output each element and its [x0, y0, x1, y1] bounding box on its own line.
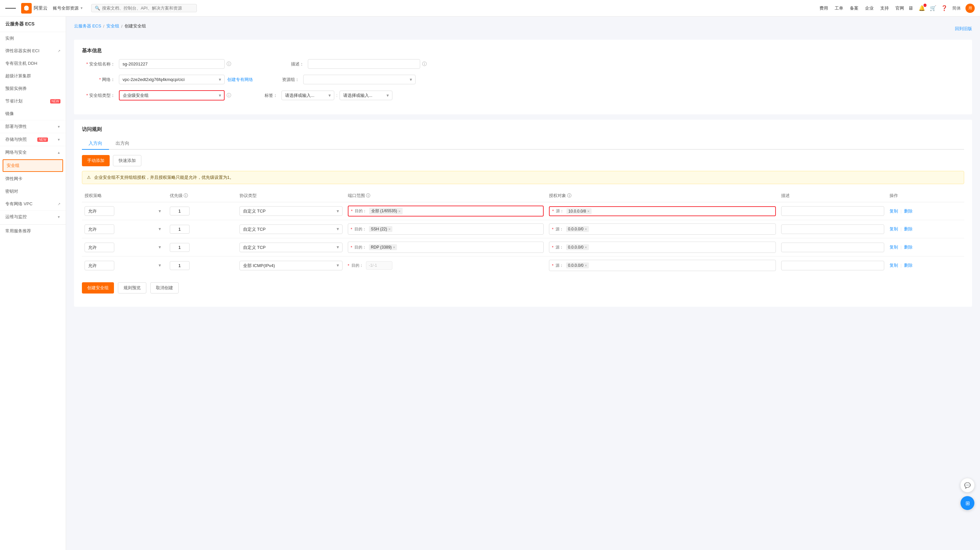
priority-input-1[interactable] — [170, 207, 189, 215]
desc-info-icon[interactable]: ⓘ — [422, 61, 427, 67]
auth-tag-input-2[interactable]: * 源： 0.0.0.0/0 × — [549, 223, 776, 235]
copy-action-2[interactable]: 复制 — [889, 226, 898, 231]
sidebar-item-hpc[interactable]: 超级计算集群 — [0, 70, 66, 82]
desc-input-1[interactable] — [781, 206, 884, 216]
protocol-select-4[interactable]: 全部 ICMP(IPv4) — [239, 261, 342, 270]
delete-action-2[interactable]: 删除 — [904, 226, 913, 231]
lang-switch[interactable]: 简体 — [952, 5, 961, 11]
desc-input-4[interactable] — [781, 261, 884, 270]
sidebar-item-savings[interactable]: 节省计划 NEW — [0, 95, 66, 107]
protocol-field-1: 自定义 TCP ▼ — [239, 206, 342, 216]
name-input[interactable] — [119, 59, 224, 69]
delete-action-3[interactable]: 删除 — [904, 245, 913, 250]
sidebar-group-deploy[interactable]: 部署与弹性 ▼ — [0, 120, 66, 133]
priority-input-4[interactable] — [170, 261, 189, 270]
type-select[interactable]: 企业级安全组 — [119, 90, 224, 100]
chevron-right-icon-3: ▼ — [57, 215, 60, 219]
back-to-old-link[interactable]: 回到旧版 — [955, 26, 972, 32]
copy-action-1[interactable]: 复制 — [889, 209, 898, 214]
type-info-icon[interactable]: ⓘ — [227, 92, 231, 99]
search-bar[interactable]: 🔍 — [91, 4, 197, 12]
tab-inbound[interactable]: 入方向 — [82, 138, 109, 150]
policy-select-2[interactable]: 允许 — [84, 225, 114, 234]
resource-field: ▼ — [303, 75, 415, 84]
port-tag-input-2[interactable]: * 目的： SSH (22) × — [348, 223, 544, 235]
table-row: 允许 ▼ 自定义 TCP — [82, 238, 964, 257]
nav-fees[interactable]: 费用 — [819, 5, 828, 11]
protocol-select-3[interactable]: 自定义 TCP — [239, 242, 342, 252]
tag-key-select[interactable]: 请选择或输入... — [282, 91, 334, 100]
help-icon[interactable]: ❓ — [941, 5, 948, 11]
sidebar-item-nic[interactable]: 弹性网卡 — [0, 172, 66, 185]
delete-action-4[interactable]: 删除 — [904, 263, 913, 268]
remove-port-chip-1[interactable]: × — [398, 209, 400, 213]
tab-outbound[interactable]: 出方向 — [109, 138, 136, 150]
search-icon: 🔍 — [95, 6, 100, 11]
account-menu[interactable]: 账号全部资源 ▼ — [53, 5, 83, 11]
sidebar-item-vpc[interactable]: 专有网络 VPC ↗ — [0, 198, 66, 210]
port-tag-input-3[interactable]: * 目的： RDP (3389) × — [348, 242, 544, 253]
manual-add-button[interactable]: 手动添加 — [82, 155, 110, 166]
auth-tag-input-3[interactable]: * 源： 0.0.0.0/0 × — [549, 242, 776, 253]
sidebar-item-security-group[interactable]: 安全组 — [3, 159, 63, 172]
bell-icon[interactable]: 🔔 · — [919, 5, 925, 11]
remove-port-chip-2[interactable]: × — [388, 227, 390, 231]
protocol-select-2[interactable]: 自定义 TCP — [239, 225, 342, 234]
quick-add-button[interactable]: 快速添加 — [113, 155, 142, 166]
nav-support[interactable]: 支持 — [880, 5, 889, 11]
grid-float-button[interactable]: ⊞ — [960, 496, 975, 510]
delete-action-1[interactable]: 删除 — [904, 209, 913, 214]
nav-enterprise[interactable]: 企业 — [865, 5, 873, 11]
desc-input-3[interactable] — [781, 242, 884, 252]
sidebar-item-eci[interactable]: 弹性容器实例 ECI ↗ — [0, 45, 66, 57]
create-sg-button[interactable]: 创建安全组 — [82, 282, 114, 293]
remove-source-chip-1[interactable]: × — [587, 209, 589, 213]
remove-source-chip-4[interactable]: × — [585, 263, 587, 268]
sidebar-item-instances[interactable]: 实例 — [0, 32, 66, 45]
chat-float-button[interactable]: 💬 — [960, 478, 975, 493]
avatar[interactable]: 用 — [966, 4, 975, 13]
create-vpc-link[interactable]: 创建专有网络 — [227, 77, 253, 83]
network-select[interactable]: vpc-2ze2edt2xlg76fq4kmqcp/cici — [119, 75, 224, 84]
sidebar-item-images[interactable]: 镜像 — [0, 107, 66, 120]
protocol-select-1[interactable]: 自定义 TCP — [239, 206, 342, 216]
breadcrumb-sg[interactable]: 安全组 — [107, 23, 119, 29]
copy-action-4[interactable]: 复制 — [889, 263, 898, 268]
breadcrumb-ecs[interactable]: 云服务器 ECS — [74, 23, 101, 29]
remove-source-chip-2[interactable]: × — [585, 227, 587, 231]
preview-rules-button[interactable]: 规则预览 — [118, 282, 146, 293]
monitor-icon[interactable]: 🖥 — [907, 5, 914, 11]
remove-port-chip-3[interactable]: × — [393, 245, 395, 249]
network-field: vpc-2ze2edt2xlg76fq4kmqcp/cici ▼ — [119, 75, 224, 84]
policy-select-3[interactable]: 允许 — [84, 242, 114, 252]
nav-icons: 🖥 🔔 · 🛒 ❓ 简体 用 — [907, 4, 975, 13]
resource-select[interactable] — [303, 75, 415, 84]
sidebar-item-common[interactable]: 常用服务推荐 — [0, 225, 66, 238]
sidebar-group-ops[interactable]: 运维与监控 ▼ — [0, 210, 66, 223]
copy-action-3[interactable]: 复制 — [889, 245, 898, 250]
search-input[interactable] — [102, 6, 193, 11]
remove-source-chip-3[interactable]: × — [585, 245, 587, 249]
sidebar-group-storage[interactable]: 存储与快照 NEW ▼ — [0, 133, 66, 146]
policy-select-1[interactable]: 允许 — [84, 206, 114, 216]
priority-input-3[interactable] — [170, 243, 189, 252]
desc-input-2[interactable] — [781, 225, 884, 234]
menu-button[interactable] — [5, 3, 16, 14]
name-info-icon[interactable]: ⓘ — [227, 61, 231, 67]
nav-record[interactable]: 备案 — [850, 5, 858, 11]
sidebar-group-network[interactable]: 网络与安全 ▲ — [0, 146, 66, 159]
sidebar-item-ddh[interactable]: 专有宿主机 DDH — [0, 57, 66, 70]
desc-input[interactable] — [308, 59, 420, 69]
cart-icon[interactable]: 🛒 — [930, 5, 936, 11]
tag-value-select[interactable]: 请选择或输入... — [340, 91, 392, 100]
breadcrumb-row: 云服务器 ECS / 安全组 / 创建安全组 回到旧版 — [74, 23, 972, 34]
cancel-create-button[interactable]: 取消创建 — [150, 282, 179, 293]
chevron-down-icon-10: ▼ — [158, 245, 162, 250]
sidebar-item-reserved[interactable]: 预留实例券 — [0, 82, 66, 95]
policy-select-4[interactable]: 允许 — [84, 261, 114, 270]
nav-ticket[interactable]: 工单 — [835, 5, 843, 11]
sidebar-item-keypair[interactable]: 密钥对 — [0, 185, 66, 198]
auth-tag-input-4[interactable]: * 源： 0.0.0.0/0 × — [549, 260, 776, 271]
priority-input-2[interactable] — [170, 225, 189, 234]
nav-official[interactable]: 官网 — [896, 5, 904, 11]
